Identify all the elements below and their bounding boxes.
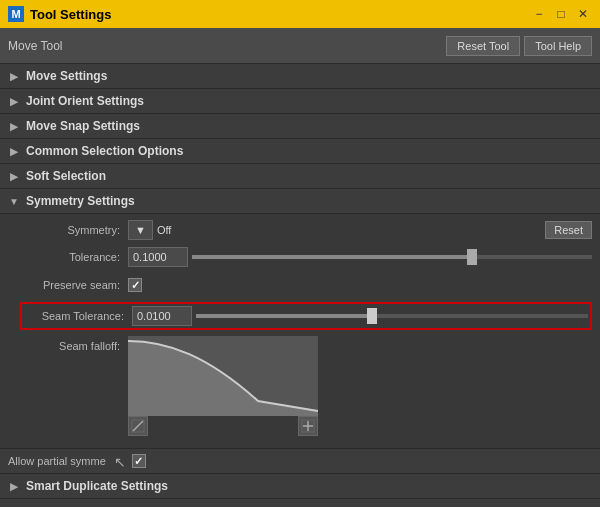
smart-duplicate-arrow: ▶ [8,480,20,492]
seam-tolerance-label: Seam Tolerance: [24,310,124,322]
preserve-seam-row: Preserve seam: ✓ [20,274,592,296]
tolerance-slider-container: 0.1000 [128,247,592,267]
seam-tolerance-slider-container: 0.0100 [132,306,588,326]
window-controls: − □ ✕ [530,5,592,23]
preserve-seam-checkbox[interactable]: ✓ [128,278,142,292]
seam-falloff-row: Seam falloff: [20,336,592,436]
title-bar-left: M Tool Settings [8,6,111,22]
joint-orient-label: Joint Orient Settings [26,94,144,108]
preserve-seam-label: Preserve seam: [20,279,120,291]
soft-selection-arrow: ▶ [8,170,20,182]
falloff-canvas[interactable] [128,336,318,416]
allow-partial-label: Allow partial symme [8,455,106,467]
falloff-left-svg [131,419,145,433]
falloff-svg [128,336,318,416]
symmetry-row: Symmetry: ▼ Off Reset [20,220,592,240]
allow-partial-row: Allow partial symme ↖ ✓ [0,449,600,474]
section-smart-duplicate[interactable]: ▶ Smart Duplicate Settings [0,474,600,499]
symmetry-settings-arrow: ▼ [8,195,20,207]
symmetry-label: Symmetry: [20,224,120,236]
move-settings-arrow: ▶ [8,70,20,82]
seam-tolerance-slider[interactable] [196,314,588,318]
falloff-icon-left[interactable] [128,416,148,436]
smart-duplicate-label: Smart Duplicate Settings [26,479,168,493]
tolerance-input[interactable]: 0.1000 [128,247,188,267]
tolerance-row: Tolerance: 0.1000 [20,246,592,268]
symmetry-settings-label: Symmetry Settings [26,194,135,208]
close-button[interactable]: ✕ [574,5,592,23]
minimize-button[interactable]: − [530,5,548,23]
section-soft-selection[interactable]: ▶ Soft Selection [0,164,600,189]
allow-partial-checkbox[interactable]: ✓ [132,454,146,468]
preserve-seam-check-icon: ✓ [131,279,140,292]
cursor-placeholder: ↖ [114,454,128,468]
app-icon: M [8,6,24,22]
joint-orient-arrow: ▶ [8,95,20,107]
falloff-icon-right[interactable] [298,416,318,436]
tolerance-slider[interactable] [192,255,592,259]
common-selection-label: Common Selection Options [26,144,183,158]
reset-tool-button[interactable]: Reset Tool [446,36,520,56]
soft-selection-label: Soft Selection [26,169,106,183]
symmetry-body: Symmetry: ▼ Off Reset Tolerance: 0.1000 … [0,214,600,449]
seam-tolerance-input[interactable]: 0.0100 [132,306,192,326]
section-move-settings[interactable]: ▶ Move Settings [0,64,600,89]
section-common-selection[interactable]: ▶ Common Selection Options [0,139,600,164]
tolerance-thumb[interactable] [467,249,477,265]
move-snap-label: Move Snap Settings [26,119,140,133]
seam-tolerance-thumb[interactable] [367,308,377,324]
common-selection-arrow: ▶ [8,145,20,157]
seam-tolerance-row: Seam Tolerance: 0.0100 [20,302,592,330]
tolerance-label: Tolerance: [20,251,120,263]
symmetry-value: Off [157,224,545,236]
move-settings-label: Move Settings [26,69,107,83]
symmetry-dropdown[interactable]: ▼ [128,220,153,240]
section-symmetry-settings[interactable]: ▼ Symmetry Settings [0,189,600,214]
toolbar-buttons: Reset Tool Tool Help [446,36,592,56]
maximize-button[interactable]: □ [552,5,570,23]
symmetry-reset-button[interactable]: Reset [545,221,592,239]
settings-content: ▶ Move Settings ▶ Joint Orient Settings … [0,64,600,507]
title-bar: M Tool Settings − □ ✕ [0,0,600,28]
section-move-snap[interactable]: ▶ Move Snap Settings [0,114,600,139]
falloff-controls [128,416,318,436]
section-joint-orient[interactable]: ▶ Joint Orient Settings [0,89,600,114]
move-snap-arrow: ▶ [8,120,20,132]
tool-help-button[interactable]: Tool Help [524,36,592,56]
allow-partial-check-icon: ✓ [134,455,143,468]
tool-name: Move Tool [8,39,62,53]
seam-falloff-label: Seam falloff: [20,340,120,352]
dropdown-arrow-icon: ▼ [135,224,146,236]
falloff-right-svg [301,419,315,433]
window-title: Tool Settings [30,7,111,22]
falloff-wrapper [128,336,318,436]
toolbar: Move Tool Reset Tool Tool Help [0,28,600,64]
